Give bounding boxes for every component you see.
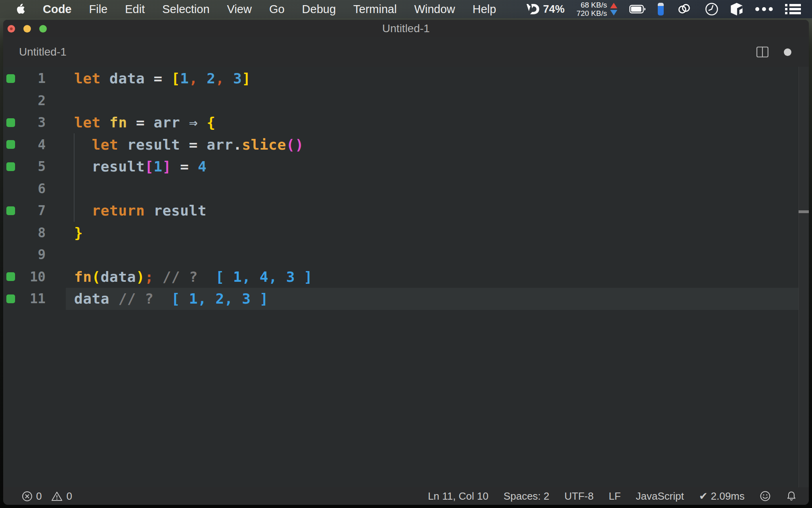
line-number: 1 (21, 71, 46, 86)
list-menu-icon[interactable] (785, 4, 801, 15)
code-editor-area[interactable]: 1let data = [1, 2, 3]23let fn = arr ⇒ {4… (3, 67, 809, 487)
menu-item-help[interactable]: Help (473, 3, 496, 16)
device-battery-pill-icon[interactable] (658, 3, 664, 15)
line-number: 3 (21, 115, 46, 130)
errors-count[interactable]: 0 (36, 490, 42, 502)
language-mode[interactable]: JavaScript (636, 490, 684, 502)
unsaved-changes-dot[interactable] (784, 48, 791, 56)
download-arrow-icon (610, 10, 617, 15)
vivid-logo-icon (523, 3, 539, 15)
rings-app-icon[interactable] (676, 2, 693, 16)
menu-item-window[interactable]: Window (414, 3, 455, 16)
cube-app-icon[interactable] (730, 2, 743, 16)
quokka-coverage-square (6, 118, 15, 127)
vivid-percent: 74% (543, 3, 565, 15)
line-text[interactable]: result[1] = 4 (74, 158, 207, 175)
check-icon: ✔ (699, 490, 708, 502)
line-text[interactable]: return result (74, 202, 207, 219)
code-line-9: 9 (3, 244, 809, 266)
editor-tab-bar: Untitled-1 (3, 37, 809, 67)
code-line-4: 4 let result = arr.slice() (3, 134, 809, 156)
apple-menu-icon[interactable] (15, 3, 25, 15)
code-line-8: 8} (3, 222, 809, 244)
gutter-margin-line-3[interactable] (3, 118, 21, 127)
net-up-speed: 68 KB/s (576, 1, 607, 9)
gutter-margin-line-4[interactable] (3, 140, 21, 149)
line-text[interactable]: data // ? [ 1, 2, 3 ] (74, 291, 268, 307)
warnings-count[interactable]: 0 (66, 490, 72, 502)
clock-icon[interactable] (705, 2, 718, 16)
menu-item-selection[interactable]: Selection (162, 3, 209, 16)
perf-time[interactable]: 2.09ms (711, 490, 745, 502)
line-number: 7 (21, 203, 46, 218)
gutter-margin-line-11[interactable] (3, 294, 21, 303)
line-text[interactable]: } (74, 225, 83, 241)
vivid-brightness-status[interactable]: 74% (523, 3, 565, 15)
menu-item-go[interactable]: Go (269, 3, 285, 16)
quokka-perf: ✔ 2.09ms (699, 490, 745, 502)
feedback-smiley-icon[interactable] (760, 491, 771, 502)
menu-item-file[interactable]: File (89, 3, 108, 16)
gutter-margin-line-7[interactable] (3, 206, 21, 215)
code-line-5: 5 result[1] = 4 (3, 156, 809, 178)
quokka-coverage-square (6, 162, 15, 171)
line-number: 8 (21, 225, 46, 241)
eol-setting[interactable]: LF (609, 490, 620, 502)
menu-item-terminal[interactable]: Terminal (353, 3, 397, 16)
menu-item-edit[interactable]: Edit (125, 3, 145, 16)
code-line-6: 6 (3, 178, 809, 200)
menu-item-code[interactable]: Code (43, 3, 72, 16)
quokka-coverage-square (6, 272, 15, 281)
network-speed-status[interactable]: 68 KB/s 720 KB/s (576, 1, 617, 17)
encoding-setting[interactable]: UTF-8 (565, 490, 594, 502)
line-number: 11 (21, 291, 46, 306)
cursor-position[interactable]: Ln 11, Col 10 (428, 490, 488, 502)
macos-menu-bar: CodeFileEditSelectionViewGoDebugTerminal… (0, 0, 812, 18)
net-down-speed: 720 KB/s (576, 9, 607, 17)
line-text[interactable]: fn(data); // ? [ 1, 4, 3 ] (74, 269, 313, 285)
menu-item-view[interactable]: View (227, 3, 252, 16)
window-titlebar[interactable]: Untitled-1 (3, 20, 809, 37)
status-bar: 0 0 Ln 11, Col 10 Spaces: 2 UTF-8 LF Jav… (3, 487, 809, 505)
notifications-bell-icon[interactable] (786, 491, 797, 502)
more-dots-icon[interactable] (755, 7, 773, 12)
gutter-margin-line-10[interactable] (3, 272, 21, 281)
line-number: 2 (21, 93, 46, 108)
quokka-coverage-square (6, 206, 15, 215)
line-number: 9 (21, 247, 46, 262)
code-line-2: 2 (3, 90, 809, 112)
code-line-7: 7 return result (3, 200, 809, 222)
quokka-coverage-square (6, 140, 15, 149)
code-line-3: 3let fn = arr ⇒ { (3, 112, 809, 134)
warnings-icon[interactable] (51, 491, 63, 502)
window-title: Untitled-1 (3, 22, 809, 35)
quokka-coverage-square (6, 294, 15, 303)
code-line-10: 10fn(data); // ? [ 1, 4, 3 ] (3, 266, 809, 288)
upload-arrow-icon (610, 3, 617, 8)
code-line-1: 1let data = [1, 2, 3] (3, 67, 809, 90)
split-editor-icon[interactable] (756, 46, 769, 58)
line-number: 10 (21, 269, 46, 285)
indentation-setting[interactable]: Spaces: 2 (504, 490, 550, 502)
code-editor-window: Untitled-1 Untitled-1 1let data = [1, 2,… (3, 20, 809, 505)
line-number: 4 (21, 137, 46, 152)
menu-item-debug[interactable]: Debug (302, 3, 336, 16)
line-text[interactable]: let fn = arr ⇒ { (74, 114, 215, 131)
line-text[interactable]: let result = arr.slice() (74, 137, 304, 153)
tab-untitled-1[interactable]: Untitled-1 (19, 46, 67, 58)
battery-icon[interactable] (629, 5, 646, 13)
line-number: 5 (21, 159, 46, 174)
gutter-margin-line-5[interactable] (3, 162, 21, 171)
errors-icon[interactable] (22, 491, 33, 502)
gutter-margin-line-1[interactable] (3, 74, 21, 83)
line-text[interactable]: let data = [1, 2, 3] (74, 70, 251, 87)
code-line-11: 11data // ? [ 1, 2, 3 ] (3, 288, 809, 310)
quokka-coverage-square (6, 74, 15, 83)
line-number: 6 (21, 181, 46, 196)
